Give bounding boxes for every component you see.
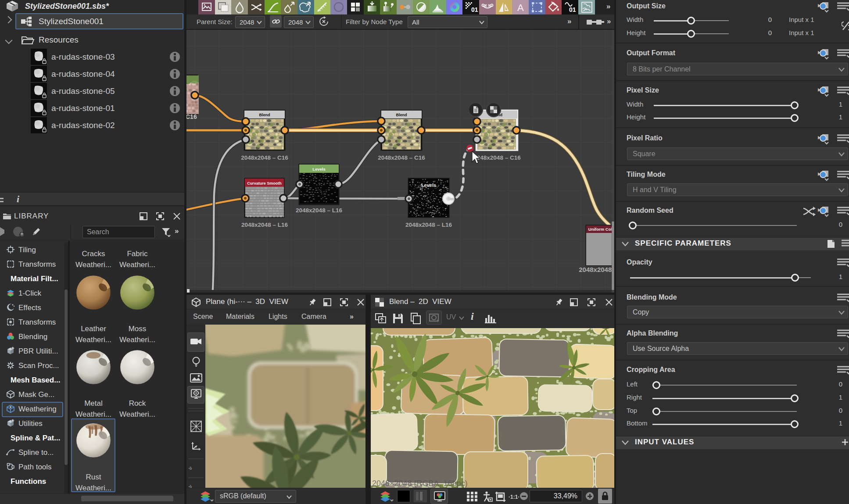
- svg-text:2048x2048 – L16: 2048x2048 – L16: [405, 222, 452, 228]
- svg-text:Uniform Col: Uniform Col: [588, 227, 612, 232]
- svg-text:Blend: Blend: [259, 113, 270, 117]
- svg-text:·1:1·: ·1:1·: [509, 494, 519, 500]
- svg-text:Levels: Levels: [421, 182, 436, 188]
- svg-text:2048x2048 – C16: 2048x2048 – C16: [241, 154, 288, 161]
- svg-text:A: A: [517, 2, 524, 13]
- svg-text:Levels: Levels: [312, 167, 326, 172]
- svg-text:2048x2048 – C16: 2048x2048 – C16: [473, 154, 521, 161]
- svg-text:2048×2048 (RGBA, 16bpc): 2048×2048 (RGBA, 16bpc): [372, 479, 468, 488]
- svg-text:01: 01: [569, 6, 576, 13]
- svg-text:01: 01: [471, 6, 478, 13]
- svg-text:2048x2048 –: 2048x2048 –: [579, 266, 614, 273]
- svg-text:C16: C16: [186, 113, 197, 120]
- svg-text:Blend: Blend: [396, 113, 407, 117]
- svg-text:2048x2048 – C16: 2048x2048 – C16: [378, 154, 425, 161]
- svg-text:2048x2048 – L16: 2048x2048 – L16: [296, 207, 342, 214]
- svg-text:2048x2048 – L16: 2048x2048 – L16: [241, 222, 288, 228]
- svg-text:Curvature Smooth: Curvature Smooth: [247, 181, 282, 186]
